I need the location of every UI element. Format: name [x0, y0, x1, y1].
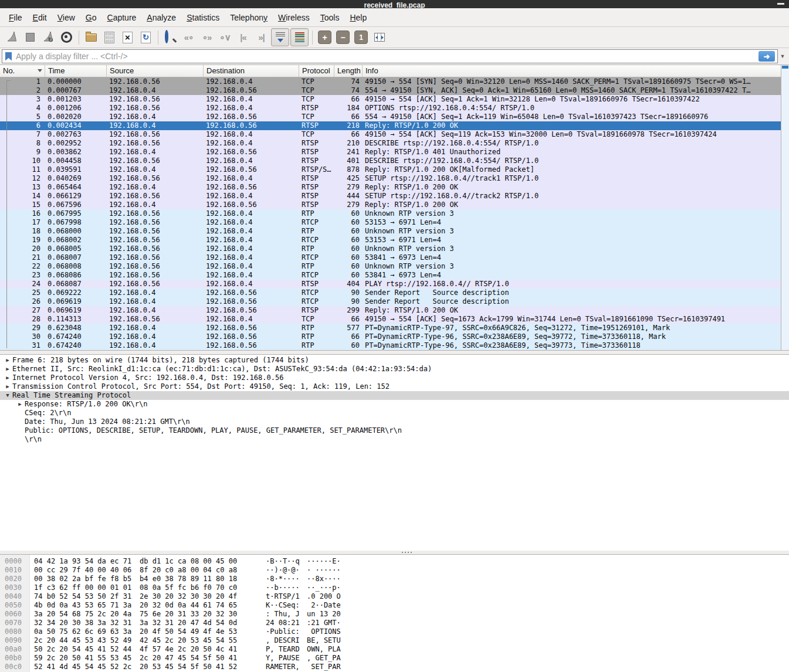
- next-packet-button[interactable]: ∘»: [198, 29, 215, 46]
- apply-filter-button[interactable]: ➜: [758, 51, 775, 62]
- menu-item-tools[interactable]: Tools: [315, 11, 345, 25]
- details-row[interactable]: ▶Transmission Control Protocol, Src Port…: [0, 382, 789, 391]
- menu-item-view[interactable]: View: [52, 11, 80, 25]
- menu-item-wireless[interactable]: Wireless: [273, 11, 315, 25]
- hex-row[interactable]: 001000 cc 29 7f 40 00 40 068f 20 c0 a8 0…: [0, 566, 789, 575]
- packet-row[interactable]: 260.069619192.168.0.4192.168.0.56RTCP90S…: [0, 297, 781, 306]
- hex-row[interactable]: 00c052 41 4d 45 54 45 52 2c20 53 45 54 5…: [0, 663, 789, 671]
- auto-scroll-button[interactable]: [271, 28, 289, 46]
- packet-row[interactable]: 300.674240192.168.0.4192.168.0.56RTP66PT…: [0, 332, 781, 341]
- menu-item-analyze[interactable]: Analyze: [141, 11, 181, 25]
- menu-item-help[interactable]: Help: [344, 11, 372, 25]
- packet-row[interactable]: 210.068007192.168.0.56192.168.0.4RTCP605…: [0, 253, 781, 262]
- expand-arrow-icon[interactable]: ▶: [3, 374, 12, 382]
- packet-row[interactable]: 60.002434192.168.0.4192.168.0.56RTSP218R…: [0, 121, 781, 130]
- menu-item-go[interactable]: Go: [80, 11, 102, 25]
- expand-arrow-icon[interactable]: ▶: [3, 365, 12, 374]
- packet-row[interactable]: 90.003862192.168.0.4192.168.0.56RTSP241R…: [0, 148, 781, 157]
- packet-row[interactable]: 70.002763192.168.0.56192.168.0.4TCP66491…: [0, 130, 781, 139]
- details-bytes-splitter[interactable]: [0, 551, 789, 555]
- packet-row[interactable]: 230.068086192.168.0.56192.168.0.4RTCP605…: [0, 271, 781, 280]
- hex-row[interactable]: 00a050 2c 20 54 45 41 52 444f 57 4e 2c 2…: [0, 645, 789, 654]
- expand-arrow-icon[interactable]: ▶: [3, 382, 12, 391]
- hex-row[interactable]: 00b059 2c 20 50 41 55 53 452c 20 47 45 5…: [0, 654, 789, 663]
- start-capture-button[interactable]: [4, 29, 21, 46]
- packet-row[interactable]: 100.004458192.168.0.56192.168.0.4RTSP401…: [0, 157, 781, 165]
- zoom-100-button[interactable]: 1: [353, 29, 370, 46]
- close-file-button[interactable]: ×: [119, 29, 136, 46]
- hex-row[interactable]: 00800a 50 75 62 6c 69 63 3a20 4f 50 54 4…: [0, 627, 789, 636]
- packet-row[interactable]: 50.002020192.168.0.4192.168.0.56TCP66554…: [0, 113, 781, 121]
- minimize-button[interactable]: [777, 3, 784, 5]
- packet-row[interactable]: 310.674240192.168.0.4192.168.0.56RTP60PT…: [0, 341, 781, 350]
- hex-row[interactable]: 004074 b0 52 54 53 50 2f 312e 30 20 32 3…: [0, 592, 789, 601]
- first-packet-button[interactable]: |«: [235, 29, 252, 46]
- expand-arrow-icon[interactable]: ▶: [15, 400, 25, 409]
- packet-row[interactable]: 180.068000192.168.0.56192.168.0.4RTP60Un…: [0, 227, 781, 236]
- hex-row[interactable]: 00504b 0d 0a 43 53 65 71 3a20 32 0d 0a 4…: [0, 601, 789, 610]
- reload-file-button[interactable]: ↻: [137, 29, 154, 46]
- packet-row[interactable]: 280.114313192.168.0.56192.168.0.4TCP6649…: [0, 315, 781, 324]
- packet-row[interactable]: 40.001206192.168.0.56192.168.0.4RTSP184O…: [0, 104, 781, 113]
- packet-row[interactable]: 170.067998192.168.0.56192.168.0.4RTCP605…: [0, 218, 781, 227]
- menu-item-file[interactable]: File: [4, 11, 28, 25]
- details-row[interactable]: Date: Thu, Jun 13 2024 08:21:21 GMT\r\n: [0, 418, 789, 426]
- column-header-length[interactable]: Length: [334, 65, 363, 77]
- column-header-info[interactable]: Info: [363, 65, 781, 77]
- menu-item-telephony[interactable]: Telephony: [225, 11, 273, 25]
- packet-row[interactable]: 150.067596192.168.0.4192.168.0.56RTSP279…: [0, 201, 781, 209]
- details-row[interactable]: ▶Frame 6: 218 bytes on wire (1744 bits),…: [0, 356, 789, 365]
- save-file-button[interactable]: 010101100111: [101, 29, 118, 46]
- packet-row[interactable]: 270.069619192.168.0.4192.168.0.56RTSP299…: [0, 306, 781, 315]
- details-row[interactable]: ▶Internet Protocol Version 4, Src: 192.1…: [0, 374, 789, 382]
- packet-row[interactable]: 10.000000192.168.0.56192.168.0.4TCP74491…: [0, 77, 781, 86]
- previous-packet-button[interactable]: «∘: [180, 29, 197, 46]
- column-header-protocol[interactable]: Protocol: [299, 65, 334, 77]
- packet-row[interactable]: 20.000767192.168.0.4192.168.0.56TCP74554…: [0, 86, 781, 95]
- display-filter-input[interactable]: [15, 51, 758, 62]
- menu-item-edit[interactable]: Edit: [28, 11, 52, 25]
- column-header-source[interactable]: Source: [107, 65, 204, 77]
- packet-row[interactable]: 220.068008192.168.0.56192.168.0.4RTP60Un…: [0, 262, 781, 271]
- column-header-time[interactable]: Time: [45, 65, 107, 77]
- resize-columns-button[interactable]: [371, 29, 388, 46]
- list-details-splitter[interactable]: [0, 351, 789, 355]
- details-row[interactable]: Public: OPTIONS, DESCRIBE, SETUP, TEARDO…: [0, 426, 789, 435]
- details-row[interactable]: ▼Real Time Streaming Protocol: [0, 391, 789, 400]
- expand-arrow-icon[interactable]: ▶: [3, 356, 12, 365]
- goto-packet-button[interactable]: ∘∨: [216, 29, 233, 46]
- last-packet-button[interactable]: »|: [253, 29, 270, 46]
- hex-row[interactable]: 002000 38 02 2a bf fe f8 b5b4 e0 38 78 8…: [0, 575, 789, 583]
- packet-row[interactable]: 130.065464192.168.0.4192.168.0.56RTSP279…: [0, 183, 781, 192]
- details-row[interactable]: ▶Response: RTSP/1.0 200 OK\r\n: [0, 400, 789, 409]
- colorize-button[interactable]: [290, 28, 309, 46]
- stop-capture-button[interactable]: [22, 29, 39, 46]
- restart-capture-button[interactable]: ↻: [40, 29, 57, 46]
- hex-row[interactable]: 00301f c3 62 ff 00 00 01 0108 0a 5f fc b…: [0, 583, 789, 592]
- packet-row[interactable]: 110.039591192.168.0.4192.168.0.56RTSP/SD…: [0, 165, 781, 174]
- menu-item-statistics[interactable]: Statistics: [181, 11, 225, 25]
- packet-row[interactable]: 30.001203192.168.0.56192.168.0.4TCP66491…: [0, 95, 781, 104]
- zoom-out-button[interactable]: −: [334, 29, 351, 46]
- details-row[interactable]: \r\n: [0, 435, 789, 444]
- collapse-arrow-icon[interactable]: ▼: [3, 391, 12, 400]
- hex-row[interactable]: 007032 34 20 30 38 3a 32 313a 32 31 20 4…: [0, 619, 789, 627]
- hex-row[interactable]: 000004 42 1a 93 54 da ec 71db d1 1c ca 0…: [0, 557, 789, 566]
- packet-row[interactable]: 80.002952192.168.0.56192.168.0.4RTSP210D…: [0, 139, 781, 148]
- packet-row[interactable]: 290.623048192.168.0.4192.168.0.56RTP577P…: [0, 324, 781, 332]
- bookmark-icon[interactable]: [5, 52, 12, 61]
- packet-row[interactable]: 120.040269192.168.0.56192.168.0.4RTSP425…: [0, 174, 781, 183]
- packet-list-scrollbar[interactable]: [781, 65, 789, 350]
- open-file-button[interactable]: [83, 29, 100, 46]
- packet-row[interactable]: 160.067995192.168.0.56192.168.0.4RTP60Un…: [0, 209, 781, 218]
- find-packet-button[interactable]: [162, 29, 179, 46]
- details-row[interactable]: ▶Ethernet II, Src: ReolinkI_d1:1c:ca (ec…: [0, 365, 789, 374]
- packet-row[interactable]: 250.069222192.168.0.4192.168.0.56RTCP90S…: [0, 289, 781, 297]
- column-header-destination[interactable]: Destination: [204, 65, 299, 77]
- capture-options-button[interactable]: [58, 29, 75, 46]
- details-row[interactable]: CSeq: 2\r\n: [0, 409, 789, 418]
- packet-row[interactable]: 190.068002192.168.0.56192.168.0.4RTCP605…: [0, 236, 781, 245]
- column-header-no[interactable]: No.: [0, 65, 45, 77]
- packet-row[interactable]: 140.066129192.168.0.56192.168.0.4RTSP444…: [0, 192, 781, 201]
- menu-item-capture[interactable]: Capture: [102, 11, 142, 25]
